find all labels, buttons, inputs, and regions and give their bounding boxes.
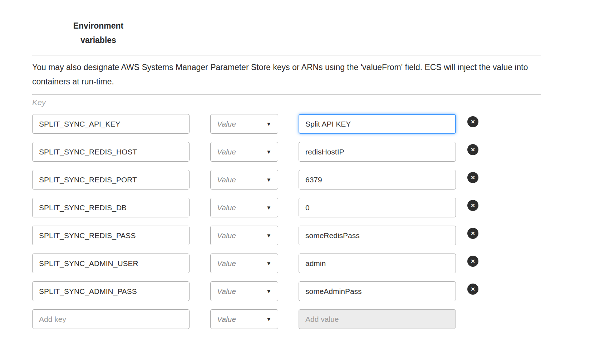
close-icon: ✕ (471, 256, 475, 267)
env-type-select-label: Value (217, 120, 236, 128)
key-column-header: Key (32, 98, 541, 108)
env-value-input[interactable] (299, 170, 456, 190)
section-title-line1: Environment (72, 19, 125, 33)
add-value-input[interactable] (299, 309, 456, 329)
section-title: Environment variables (72, 19, 125, 47)
env-type-select[interactable]: Value ▼ (210, 254, 278, 273)
table-divider (32, 94, 541, 95)
env-key-input[interactable] (32, 114, 190, 134)
env-type-select[interactable]: Value ▼ (210, 198, 278, 217)
env-key-input[interactable] (32, 226, 190, 245)
add-type-select[interactable]: Value ▼ (210, 309, 278, 329)
remove-row-button[interactable]: ✕ (467, 228, 478, 239)
env-var-row: Value ▼ ✕ (32, 226, 541, 245)
remove-row-button[interactable]: ✕ (467, 256, 478, 267)
env-value-input[interactable] (299, 198, 456, 217)
env-key-input[interactable] (32, 170, 190, 190)
env-var-row: Value ▼ ✕ (32, 170, 541, 190)
env-type-select[interactable]: Value ▼ (210, 170, 278, 190)
environment-variables-section: You may also designate AWS Systems Manag… (32, 55, 541, 329)
env-var-rows: Value ▼ ✕ Value ▼ ✕ Value ▼ ✕ Value (32, 114, 541, 301)
env-type-select[interactable]: Value ▼ (210, 281, 278, 301)
chevron-down-icon: ▼ (266, 289, 271, 294)
chevron-down-icon: ▼ (266, 261, 271, 266)
env-value-input[interactable] (299, 142, 456, 162)
env-type-select-label: Value (217, 176, 236, 184)
add-type-select-label: Value (217, 315, 236, 324)
top-divider (32, 55, 541, 55)
env-var-add-row: Value ▼ (32, 309, 541, 329)
env-key-input[interactable] (32, 142, 190, 162)
section-title-line2: variables (72, 33, 125, 47)
env-var-row: Value ▼ ✕ (32, 114, 541, 134)
close-icon: ✕ (471, 116, 475, 127)
chevron-down-icon: ▼ (266, 233, 271, 238)
env-type-select-label: Value (217, 259, 236, 268)
chevron-down-icon: ▼ (266, 177, 271, 182)
env-type-select-label: Value (217, 287, 236, 296)
env-value-input[interactable] (299, 254, 456, 273)
env-key-input[interactable] (32, 281, 190, 301)
add-key-input[interactable] (32, 309, 190, 329)
env-type-select-label: Value (217, 231, 236, 240)
close-icon: ✕ (471, 284, 475, 295)
env-var-row: Value ▼ ✕ (32, 281, 541, 301)
chevron-down-icon: ▼ (266, 316, 271, 322)
close-icon: ✕ (471, 228, 475, 239)
remove-row-button[interactable]: ✕ (467, 284, 478, 295)
env-value-input[interactable] (299, 114, 456, 134)
remove-row-button[interactable]: ✕ (467, 116, 478, 127)
env-type-select[interactable]: Value ▼ (210, 226, 278, 245)
env-key-input[interactable] (32, 254, 190, 273)
help-text: You may also designate AWS Systems Manag… (32, 60, 541, 89)
remove-row-button[interactable]: ✕ (467, 200, 478, 211)
env-type-select-label: Value (217, 148, 236, 156)
chevron-down-icon: ▼ (266, 205, 271, 210)
env-var-row: Value ▼ ✕ (32, 142, 541, 162)
close-icon: ✕ (471, 200, 475, 211)
chevron-down-icon: ▼ (266, 149, 271, 154)
close-icon: ✕ (471, 172, 475, 183)
remove-row-button[interactable]: ✕ (467, 144, 478, 155)
env-type-select[interactable]: Value ▼ (210, 142, 278, 162)
env-var-row: Value ▼ ✕ (32, 198, 541, 217)
close-icon: ✕ (471, 144, 475, 155)
env-key-input[interactable] (32, 198, 190, 217)
env-value-input[interactable] (299, 226, 456, 245)
env-value-input[interactable] (299, 281, 456, 301)
chevron-down-icon: ▼ (266, 121, 271, 127)
remove-row-button[interactable]: ✕ (467, 172, 478, 183)
env-type-select-label: Value (217, 203, 236, 212)
env-type-select[interactable]: Value ▼ (210, 114, 278, 134)
remove-spacer (467, 309, 478, 320)
env-var-row: Value ▼ ✕ (32, 254, 541, 273)
